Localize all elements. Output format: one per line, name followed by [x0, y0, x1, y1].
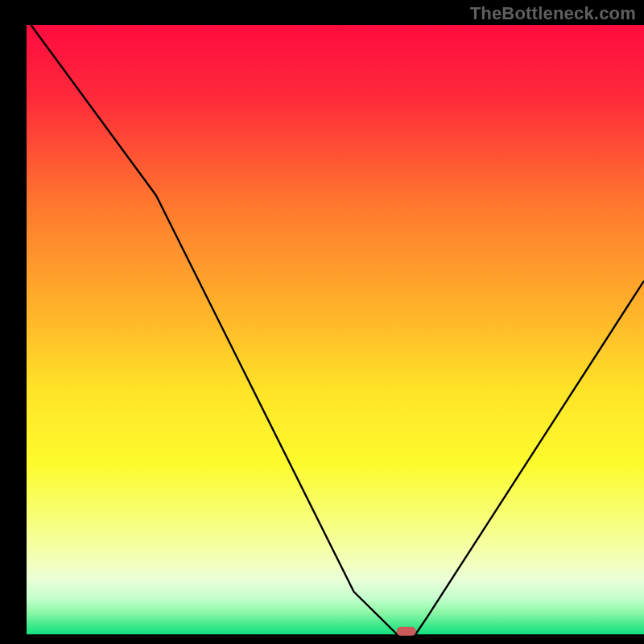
- bottleneck-chart: [0, 0, 644, 644]
- gradient-background: [27, 25, 644, 634]
- chart-container: TheBottleneck.com: [0, 0, 644, 644]
- watermark-label: TheBottleneck.com: [470, 3, 636, 24]
- sweet-spot-marker: [397, 627, 416, 636]
